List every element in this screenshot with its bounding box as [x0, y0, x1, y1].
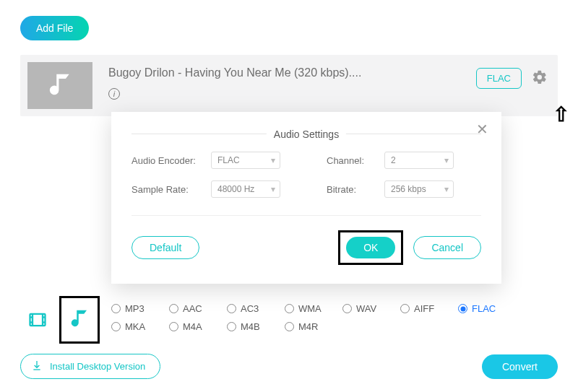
video-tab-icon[interactable] — [20, 299, 55, 341]
sample-rate-select[interactable]: 48000 Hz — [211, 180, 280, 198]
format-label: M4B — [241, 321, 260, 332]
format-label: MKA — [125, 321, 145, 332]
format-radio-mka[interactable]: MKA — [111, 321, 169, 332]
format-radio-ac3[interactable]: AC3 — [227, 303, 285, 314]
close-icon[interactable]: ✕ — [476, 121, 488, 138]
encoder-select[interactable]: FLAC — [211, 152, 280, 169]
file-title: Bugoy Drilon - Having You Near Me (320 k… — [108, 66, 476, 79]
annotation-arrow-up-icon: ⇧ — [553, 103, 569, 126]
footer: Install Desktop Version Convert — [20, 354, 558, 379]
channel-label: Channel: — [327, 155, 384, 166]
install-desktop-label: Install Desktop Version — [50, 361, 145, 372]
format-label: MP3 — [125, 303, 144, 314]
format-radio-aac[interactable]: AAC — [169, 303, 227, 314]
format-label: AIFF — [414, 303, 434, 314]
cancel-button[interactable]: Cancel — [413, 236, 481, 259]
format-label: M4A — [183, 321, 202, 332]
format-radio-m4a[interactable]: M4A — [169, 321, 227, 332]
install-desktop-button[interactable]: Install Desktop Version — [20, 354, 160, 379]
format-label: M4R — [298, 321, 318, 332]
channel-select[interactable]: 2 — [384, 152, 454, 169]
radio-dot-icon — [169, 304, 178, 313]
format-radio-m4b[interactable]: M4B — [227, 321, 285, 332]
annotation-highlight-ok: OK — [338, 230, 403, 265]
format-label: FLAC — [472, 303, 496, 314]
audio-tab-icon[interactable] — [69, 308, 90, 332]
download-icon — [31, 360, 43, 373]
ok-button[interactable]: OK — [346, 237, 395, 258]
radio-dot-icon — [285, 322, 294, 331]
music-note-icon — [46, 71, 74, 101]
modal-title: Audio Settings — [267, 129, 346, 140]
file-row: Bugoy Drilon - Having You Near Me (320 k… — [20, 55, 558, 116]
radio-dot-icon — [285, 304, 294, 313]
bitrate-select[interactable]: 256 kbps — [384, 180, 454, 198]
sample-rate-label: Sample Rate: — [131, 184, 211, 195]
format-label: WAV — [356, 303, 376, 314]
annotation-highlight-audio-tab — [59, 296, 100, 344]
info-icon[interactable]: i — [108, 88, 120, 100]
format-label: AAC — [183, 303, 202, 314]
radio-dot-icon — [227, 322, 236, 331]
format-bar: MP3AACAC3WMAWAVAIFFFLACMKAM4AM4BM4R — [20, 299, 558, 344]
radio-dot-icon — [227, 304, 236, 313]
add-file-button[interactable]: Add File — [20, 16, 89, 40]
format-label: WMA — [298, 303, 322, 314]
encoder-label: Audio Encoder: — [131, 155, 211, 166]
radio-dot-icon — [111, 304, 121, 313]
format-label: AC3 — [241, 303, 259, 314]
format-radio-m4r[interactable]: M4R — [285, 321, 342, 332]
output-format-badge[interactable]: FLAC — [476, 68, 522, 89]
radio-dot-icon — [342, 304, 352, 313]
radio-dot-icon — [400, 304, 410, 313]
convert-button[interactable]: Convert — [482, 354, 558, 379]
format-radio-wma[interactable]: WMA — [285, 303, 342, 314]
default-button[interactable]: Default — [131, 236, 199, 259]
radio-dot-icon — [458, 304, 467, 313]
radio-dot-icon — [169, 322, 178, 331]
format-radio-flac[interactable]: FLAC — [458, 303, 516, 314]
radio-dot-icon — [111, 322, 121, 331]
settings-gear-icon[interactable] — [532, 69, 548, 88]
format-radio-wav[interactable]: WAV — [342, 303, 400, 314]
format-radio-aiff[interactable]: AIFF — [400, 303, 458, 314]
file-thumbnail — [27, 62, 92, 109]
bitrate-label: Bitrate: — [327, 184, 384, 195]
format-radio-mp3[interactable]: MP3 — [111, 303, 169, 314]
audio-settings-modal: ✕ Audio Settings Audio Encoder: FLAC Cha… — [111, 112, 501, 284]
